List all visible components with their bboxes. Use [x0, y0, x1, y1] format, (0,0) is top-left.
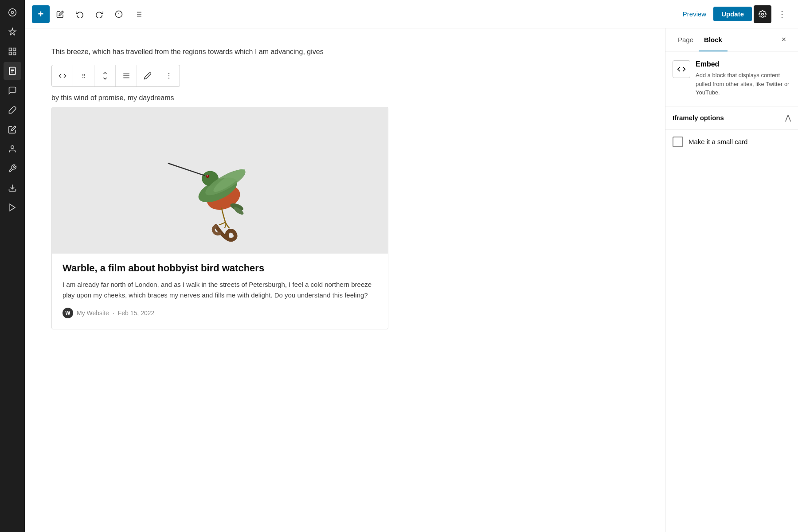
embed-card-body: Warble, a film about hobbyist bird watch…: [52, 254, 388, 329]
svg-point-0: [9, 9, 16, 16]
embed-card-title: Warble, a film about hobbyist bird watch…: [63, 262, 377, 274]
more-options-button[interactable]: ⋮: [773, 5, 791, 23]
svg-point-25: [82, 75, 83, 76]
editor-content: This breeze, which has travelled from th…: [25, 28, 665, 532]
design-icon[interactable]: [4, 4, 21, 21]
list-view-button[interactable]: [129, 5, 147, 23]
svg-rect-3: [13, 48, 16, 51]
svg-point-32: [168, 73, 169, 74]
block-toolbar: [51, 65, 180, 87]
svg-rect-2: [9, 48, 12, 51]
more-block-options[interactable]: [158, 65, 180, 86]
panel-tabs: Page Block ×: [665, 28, 798, 51]
small-card-row: Make it a small card: [673, 137, 791, 147]
embed-card: Warble, a film about hobbyist bird watch…: [51, 107, 388, 329]
embed-card-source: My Website: [77, 309, 109, 317]
pencil-button[interactable]: [137, 65, 158, 86]
tab-page[interactable]: Page: [673, 29, 699, 51]
text-block: This breeze, which has travelled from th…: [51, 46, 638, 58]
right-panel: Page Block × Embed Add a block that disp…: [665, 28, 798, 532]
embed-block-icon-box: [673, 60, 690, 78]
tools-button[interactable]: [51, 5, 69, 23]
svg-point-28: [84, 77, 85, 78]
tab-block[interactable]: Block: [699, 29, 728, 51]
comments-icon[interactable]: [4, 82, 21, 99]
iframely-section-body: Make it a small card: [665, 129, 798, 154]
svg-point-26: [84, 75, 85, 76]
small-card-label: Make it a small card: [688, 138, 747, 145]
sidebar: [0, 0, 25, 532]
svg-point-1: [12, 12, 14, 14]
update-button[interactable]: Update: [713, 7, 752, 21]
svg-point-23: [82, 74, 83, 74]
svg-rect-4: [9, 52, 12, 55]
iframely-section-header[interactable]: Iframely options ⋀: [665, 106, 798, 129]
small-card-checkbox[interactable]: [673, 137, 683, 147]
patterns-icon[interactable]: [4, 43, 21, 60]
import-icon[interactable]: [4, 179, 21, 197]
user-icon[interactable]: [4, 140, 21, 158]
preview-button[interactable]: Preview: [677, 7, 712, 21]
wp-logo-icon: W: [63, 308, 73, 318]
svg-point-40: [207, 176, 208, 177]
svg-point-10: [11, 146, 14, 149]
svg-point-24: [84, 74, 85, 74]
panel-block-text: Embed Add a block that displays content …: [696, 60, 791, 97]
settings-button[interactable]: [754, 5, 771, 23]
pin-icon[interactable]: [4, 23, 21, 41]
top-toolbar: + Preview Update ⋮: [25, 0, 798, 28]
svg-point-27: [82, 77, 83, 78]
svg-marker-12: [10, 204, 15, 211]
tools-icon[interactable]: [4, 160, 21, 177]
pages-icon[interactable]: [4, 62, 21, 80]
embed-card-date: Feb 15, 2022: [118, 309, 155, 317]
svg-point-34: [168, 78, 169, 78]
embed-card-footer: W My Website · Feb 15, 2022: [63, 308, 377, 318]
move-up-down[interactable]: [94, 65, 116, 86]
iframely-section: Iframely options ⋀ Make it a small card: [665, 106, 798, 154]
eraser-icon[interactable]: [4, 121, 21, 138]
panel-block-info: Embed Add a block that displays content …: [665, 51, 798, 106]
embed-description: Add a block that displays content pulled…: [696, 71, 791, 97]
embed-card-image: [52, 107, 388, 254]
editor-area: This breeze, which has travelled from th…: [25, 28, 798, 532]
brush-icon[interactable]: [4, 101, 21, 119]
panel-close-button[interactable]: ×: [777, 33, 791, 47]
undo-button[interactable]: [71, 5, 89, 23]
svg-rect-5: [13, 52, 16, 55]
svg-point-22: [762, 13, 764, 15]
redo-button[interactable]: [90, 5, 108, 23]
svg-point-33: [168, 75, 169, 76]
embed-card-description: I am already far north of London, and as…: [63, 279, 377, 301]
embed-block-icon[interactable]: [52, 65, 73, 86]
drag-handle[interactable]: [73, 65, 94, 86]
embed-title: Embed: [696, 60, 791, 68]
align-button[interactable]: [116, 65, 137, 86]
text-block-2: by this wind of promise, my daydreams: [51, 94, 174, 102]
svg-line-38: [168, 164, 204, 176]
play-icon[interactable]: [4, 199, 21, 216]
main-area: + Preview Update ⋮ This breeze, which ha…: [25, 0, 798, 532]
chevron-up-icon: ⋀: [785, 113, 791, 122]
info-button[interactable]: [110, 5, 128, 23]
add-block-button[interactable]: +: [32, 5, 50, 23]
iframely-section-title: Iframely options: [673, 114, 724, 121]
